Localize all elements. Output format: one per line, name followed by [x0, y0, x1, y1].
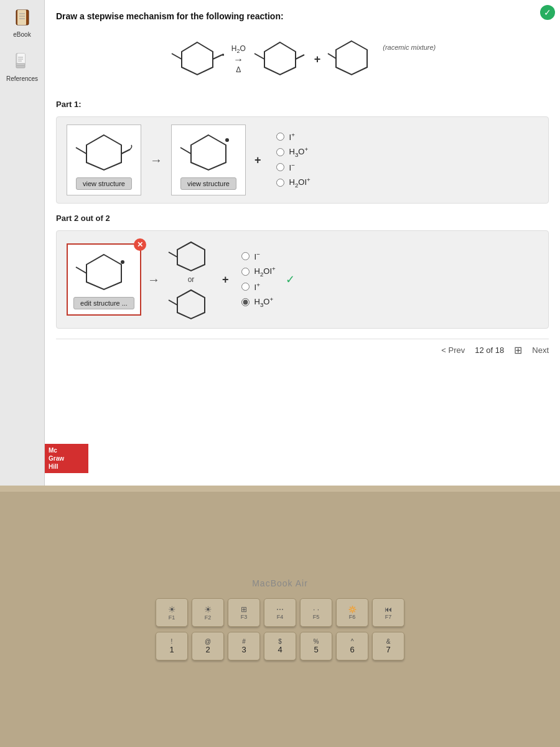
part2-plus: +: [222, 273, 229, 286]
reactant-molecule: [169, 36, 225, 82]
key-caret[interactable]: ^ 6: [336, 632, 368, 660]
grid-icon[interactable]: ⊞: [514, 344, 522, 356]
svg-marker-21: [86, 135, 121, 170]
next-button[interactable]: Next: [532, 345, 549, 355]
product2-molecule: [327, 36, 376, 82]
part2-radio-options: I− H2OI+ I+ H3O+: [241, 251, 276, 309]
sidebar-item-references[interactable]: References: [6, 50, 38, 82]
part1-option4[interactable]: H2OI+: [276, 176, 310, 189]
key-f4[interactable]: ⋯ F4: [264, 598, 296, 627]
part2-option1-label: I−: [254, 251, 260, 261]
part1-radio2[interactable]: [276, 148, 284, 156]
svg-line-13: [172, 54, 182, 59]
key-f6[interactable]: 🔅 F6: [336, 598, 368, 627]
part1-plus: +: [254, 154, 261, 167]
reagent-label: H2O: [231, 44, 246, 54]
part1-option1[interactable]: I+: [276, 131, 310, 142]
svg-marker-19: [336, 41, 367, 75]
part1-label: Part 1:: [56, 100, 549, 109]
part2-arrow: →: [147, 273, 160, 287]
part1-structure2: view structure: [171, 125, 246, 195]
key-f5[interactable]: · · F5: [300, 598, 332, 627]
svg-line-25: [180, 148, 191, 154]
svg-rect-6: [17, 54, 25, 63]
svg-line-17: [254, 54, 264, 59]
part1-radio4[interactable]: [276, 179, 284, 187]
part1-option2[interactable]: H3O+: [276, 146, 310, 158]
part2-edit-btn[interactable]: edit structure ...: [73, 297, 134, 309]
key-dollar[interactable]: $ 4: [264, 632, 296, 660]
keyboard-area: MacBook Air ☀ F1 ☀ F2 ⊞ F3 ⋯ F4 · · F5: [0, 492, 560, 747]
part1-option3[interactable]: I−: [276, 162, 310, 172]
svg-line-22: [76, 148, 86, 154]
key-f1[interactable]: ☀ F1: [156, 598, 188, 627]
part2-option2[interactable]: H2OI+: [241, 265, 276, 278]
svg-line-28: [76, 267, 86, 273]
sidebar-ebook-label: eBook: [13, 31, 30, 38]
key-hash[interactable]: # 3: [228, 632, 260, 660]
brand-line1: Mc: [49, 446, 85, 454]
svg-rect-11: [16, 65, 25, 68]
part2-radio2[interactable]: [241, 268, 250, 276]
correct-checkmark: ✓: [540, 5, 555, 20]
part1-row: view structure → view structure +: [67, 125, 538, 195]
part2-option1[interactable]: I−: [241, 251, 276, 261]
part1-option3-label: I−: [289, 162, 295, 172]
or-text: or: [188, 275, 195, 284]
svg-marker-16: [264, 42, 296, 75]
svg-line-20: [328, 54, 336, 59]
part2-option4[interactable]: H3O+: [241, 296, 276, 308]
key-at[interactable]: @ 2: [192, 632, 224, 660]
part2-structure-edit: edit structure ...: [67, 243, 141, 316]
reaction-equation: H2O → Δ +: [56, 31, 549, 87]
book-icon: [11, 6, 34, 29]
key-f2[interactable]: ☀ F2: [192, 598, 224, 627]
footer-nav: Mc Graw Hill < Prev 12 of 18 ⊞ Next: [56, 339, 549, 356]
page-info: 12 of 18: [475, 345, 504, 355]
part1-arrow: →: [150, 153, 162, 167]
fn-key-row: ☀ F1 ☀ F2 ⊞ F3 ⋯ F4 · · F5 🔅 F6: [156, 598, 404, 627]
main-content: 12 Draw a stepwise mechanism for the fol…: [45, 0, 560, 486]
part2-structure-wrapper: edit structure ... ✕: [67, 243, 141, 316]
question-title: Draw a stepwise mechanism for the follow…: [56, 11, 549, 21]
part2-area: edit structure ... ✕ → or: [56, 230, 549, 329]
key-exclaim[interactable]: ! 1: [156, 632, 188, 660]
document-icon: [11, 50, 33, 73]
key-f3[interactable]: ⊞ F3: [228, 598, 260, 627]
part2-option3-label: I+: [254, 281, 260, 292]
part1-view-btn2[interactable]: view structure: [180, 177, 236, 190]
part1-option4-label: H2OI+: [289, 176, 310, 189]
part1-view-btn1[interactable]: view structure: [76, 177, 132, 190]
svg-rect-1: [17, 10, 26, 25]
key-percent[interactable]: % 5: [300, 632, 332, 660]
part2-radio4[interactable]: [241, 298, 250, 306]
racemic-label: (racemic mixture): [383, 41, 436, 52]
part2-row: edit structure ... ✕ → or: [67, 238, 538, 321]
keyboard: ☀ F1 ☀ F2 ⊞ F3 ⋯ F4 · · F5 🔅 F6: [156, 598, 404, 660]
part1-radio-options: I+ H3O+ I− H2OI+: [276, 131, 310, 189]
brand-line2: Graw: [49, 454, 85, 463]
part2-option4-label: H3O+: [254, 296, 274, 308]
svg-line-14: [213, 55, 222, 59]
product1-molecule: [252, 36, 308, 82]
part2-correct-check: ✓: [286, 273, 295, 286]
key-f7[interactable]: ⏮ F7: [372, 598, 404, 627]
prev-button[interactable]: < Prev: [441, 345, 465, 355]
part2-radio1[interactable]: [241, 252, 250, 260]
arrow-symbol: →: [233, 54, 243, 65]
svg-line-18: [296, 55, 304, 59]
part1-radio3[interactable]: [276, 163, 284, 171]
part1-radio1[interactable]: [276, 133, 284, 141]
part1-structure1: view structure: [67, 125, 141, 195]
part1-option2-label: H3O+: [289, 146, 309, 158]
part1-area: view structure → view structure +: [56, 116, 549, 204]
sidebar-references-label: References: [6, 75, 38, 82]
key-ampersand[interactable]: & 7: [372, 632, 404, 660]
part2-radio3[interactable]: [241, 283, 250, 291]
sidebar: eBook References: [0, 0, 45, 486]
svg-line-23: [121, 149, 130, 154]
x-badge: ✕: [134, 238, 146, 251]
part2-option3[interactable]: I+: [241, 281, 276, 292]
sidebar-item-ebook[interactable]: eBook: [11, 6, 34, 38]
part2-option2-label: H2OI+: [254, 265, 276, 278]
